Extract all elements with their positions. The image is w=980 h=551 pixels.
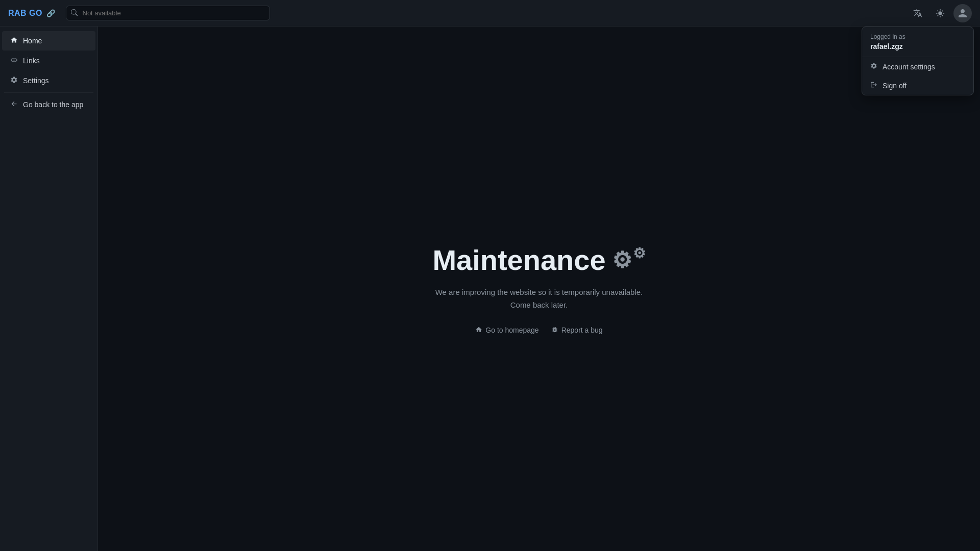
go-to-homepage-link[interactable]: Go to homepage: [475, 326, 538, 335]
main-content: Maintenance ⚙ ⚙ We are improving the web…: [98, 27, 980, 551]
sign-off-icon: [870, 81, 877, 90]
gear-small-icon: ⚙: [633, 245, 646, 262]
translate-button[interactable]: [909, 4, 927, 22]
maintenance-subtitle-line2: Come back later.: [432, 298, 645, 312]
maintenance-subtitle: We are improving the website so it is te…: [432, 286, 645, 312]
search-bar-container: [66, 6, 270, 20]
user-dropdown-menu: Logged in as rafael.zgz Account settings…: [862, 27, 974, 95]
sidebar-item-links[interactable]: Links: [2, 51, 95, 70]
settings-icon: [10, 76, 18, 85]
sidebar-go-back-label: Go back to the app: [23, 101, 83, 109]
avatar-button[interactable]: [953, 4, 972, 22]
maintenance-title-text: Maintenance: [432, 243, 605, 277]
homepage-link-label: Go to homepage: [485, 326, 538, 334]
sign-off-item[interactable]: Sign off: [862, 76, 973, 95]
app-title-text: RAB GO: [8, 9, 42, 18]
home-icon: [10, 36, 18, 45]
maintenance-subtitle-line1: We are improving the website so it is te…: [432, 286, 645, 299]
maintenance-gears: ⚙ ⚙: [612, 247, 646, 273]
app-link-icon: 🔗: [46, 9, 56, 17]
maintenance-title: Maintenance ⚙ ⚙: [432, 243, 645, 277]
sidebar-divider: [4, 92, 93, 93]
maintenance-container: Maintenance ⚙ ⚙ We are improving the web…: [432, 243, 645, 335]
dropdown-header: Logged in as rafael.zgz: [862, 27, 973, 57]
sidebar-item-settings[interactable]: Settings: [2, 71, 95, 90]
sidebar-home-label: Home: [23, 37, 42, 45]
theme-toggle-button[interactable]: [931, 4, 949, 22]
app-logo[interactable]: RAB GO 🔗: [8, 9, 56, 18]
maintenance-links: Go to homepage Report a bug: [432, 326, 645, 335]
topbar: RAB GO 🔗: [0, 0, 980, 27]
main-layout: Home Links Settings: [0, 27, 980, 551]
go-back-icon: [10, 100, 18, 109]
report-bug-label: Report a bug: [561, 326, 603, 334]
homepage-icon: [475, 326, 482, 335]
topbar-right: [909, 4, 972, 22]
account-settings-label: Account settings: [883, 63, 935, 71]
search-input[interactable]: [66, 6, 270, 20]
account-settings-icon: [870, 62, 877, 71]
sidebar: Home Links Settings: [0, 27, 98, 551]
sidebar-settings-label: Settings: [23, 77, 49, 85]
account-settings-item[interactable]: Account settings: [862, 57, 973, 76]
sidebar-item-home[interactable]: Home: [2, 31, 95, 51]
link-icon: [10, 56, 18, 65]
dropdown-username: rafael.zgz: [870, 42, 965, 51]
logged-in-as-label: Logged in as: [870, 33, 965, 40]
search-icon: [71, 9, 78, 17]
gear-large-icon: ⚙: [612, 247, 632, 273]
bug-icon: [551, 326, 558, 335]
sign-off-label: Sign off: [883, 82, 906, 90]
sidebar-item-go-back[interactable]: Go back to the app: [2, 95, 95, 114]
report-bug-link[interactable]: Report a bug: [551, 326, 603, 335]
sidebar-links-label: Links: [23, 57, 40, 65]
